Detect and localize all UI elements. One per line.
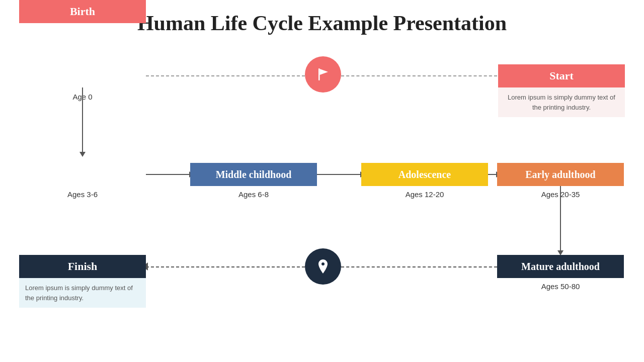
location-icon [305,248,341,285]
adolescence-box: Adolescence [361,163,488,186]
middle-childhood-box: Middle childhood [190,163,317,186]
early-childhood-box: Early childhood [0,35,644,47]
arrow-ec-to-mc [146,174,190,175]
birth-to-early-arrow [82,87,83,153]
early-adulthood-box: Early adulthood [497,163,624,186]
birth-box: Birth [19,0,146,23]
dashed-line-row3-right [341,266,497,267]
page: Human Life Cycle Example Presentation Bi… [0,0,644,362]
mature-adulthood-box: Mature adulthood [497,255,624,278]
dashed-line-row3-left [146,266,305,267]
dashed-line-row1-right [341,75,497,76]
ages-12-20-label: Ages 12-20 [361,190,488,199]
start-box: Start [498,64,625,87]
start-box-wrapper: Start Lorem ipsum is simply dummy text o… [498,64,625,117]
ages-50-80-label: Ages 50-80 [497,282,624,291]
svg-rect-0 [318,68,320,80]
location-svg [314,257,332,276]
svg-marker-1 [320,69,329,75]
ages-6-8-label: Ages 6-8 [190,190,317,199]
ages-3-6-label: Ages 3-6 [19,190,146,199]
finish-box-wrapper: Finish Lorem ipsum is simply dummy text … [19,255,146,308]
dashed-line-row1-left [146,75,305,76]
flag-icon [305,56,341,93]
ea-to-mature-arrow [560,186,561,251]
start-description: Lorem ipsum is simply dummy text of the … [498,87,625,117]
finish-description: Lorem ipsum is simply dummy text of the … [19,278,146,308]
finish-box: Finish [19,255,146,278]
flag-svg [314,65,332,83]
arrow-ad-to-ea [488,174,497,175]
arrow-mc-to-ad [317,174,361,175]
